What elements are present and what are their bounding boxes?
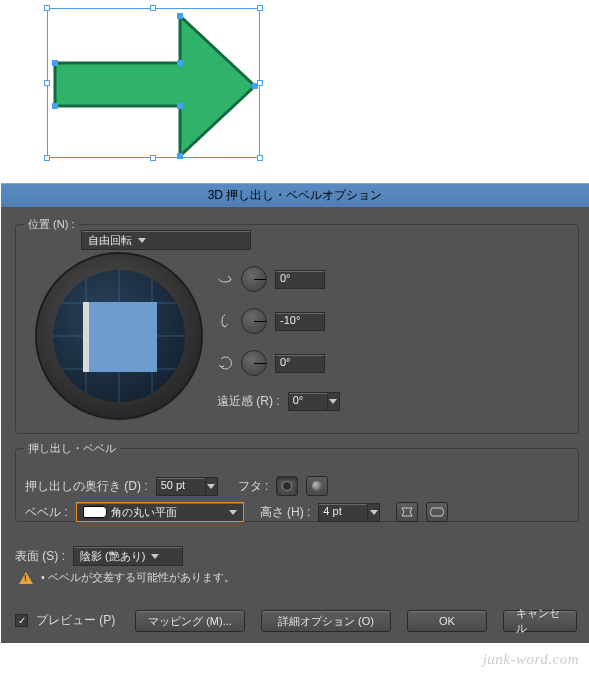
axis-y-icon — [217, 313, 233, 329]
bevel-out-button[interactable] — [426, 502, 448, 522]
height-label: 高さ (H) : — [260, 504, 311, 521]
preview-checkbox[interactable]: ✓ — [15, 614, 28, 627]
dialog-title: 3D 押し出し・ベベルオプション — [1, 184, 589, 207]
handle-w[interactable] — [44, 80, 50, 86]
chevron-down-icon — [138, 238, 146, 243]
ok-button[interactable]: OK — [407, 610, 487, 632]
bevel-label: ベベル : — [25, 504, 68, 521]
mapping-button[interactable]: マッピング (M)... — [135, 610, 245, 632]
warning-icon — [19, 572, 33, 584]
bevel-out-icon — [430, 506, 444, 518]
position-dropdown[interactable]: 自由回転 — [81, 230, 251, 250]
chevron-down-icon[interactable] — [328, 392, 340, 411]
rotate-x-input[interactable]: 0° — [275, 270, 325, 289]
cap-label: フタ : — [238, 478, 269, 495]
axis-x-icon — [217, 271, 233, 287]
handle-n[interactable] — [150, 5, 156, 11]
handle-ne[interactable] — [257, 5, 263, 11]
height-input[interactable]: 4 pt — [318, 503, 368, 522]
bevel-dropdown[interactable]: 角の丸い平面 — [76, 502, 244, 522]
anchor[interactable] — [177, 153, 183, 159]
cap-on-button[interactable] — [276, 476, 298, 496]
anchor[interactable] — [52, 60, 58, 66]
surface-dropdown[interactable]: 陰影 (艶あり) — [73, 546, 183, 566]
handle-se[interactable] — [257, 155, 263, 161]
dialog-3d-extrude: 3D 押し出し・ベベルオプション 位置 (N) : 自由回転 — [1, 183, 589, 643]
handle-nw[interactable] — [44, 5, 50, 11]
cap-off-button[interactable] — [306, 476, 328, 496]
warning-text: • ベベルが交差する可能性があります。 — [41, 570, 235, 585]
anchor[interactable] — [252, 83, 258, 89]
preview-label: プレビュー (P) — [36, 612, 115, 629]
anchor[interactable] — [52, 103, 58, 109]
chevron-down-icon — [151, 554, 159, 559]
cap-hollow-icon — [282, 481, 292, 491]
bevel-value: 角の丸い平面 — [111, 505, 177, 520]
position-value: 自由回転 — [88, 233, 132, 248]
rotate-x-dial[interactable] — [241, 266, 267, 292]
perspective-input[interactable]: 0° — [288, 392, 328, 411]
bevel-in-icon — [400, 506, 414, 518]
bevel-swatch-icon — [83, 506, 107, 518]
extrude-group-label: 押し出し・ベベル — [24, 441, 120, 456]
position-label: 位置 (N) : — [24, 217, 78, 232]
perspective-label: 遠近感 (R) : — [217, 393, 280, 410]
anchor[interactable] — [177, 60, 183, 66]
rotate-y-input[interactable]: -10° — [275, 312, 325, 331]
chevron-down-icon[interactable] — [206, 477, 218, 496]
rotate-z-dial[interactable] — [241, 350, 267, 376]
rotation-trackball[interactable] — [35, 252, 203, 420]
more-options-button[interactable]: 詳細オプション (O) — [261, 610, 391, 632]
canvas-area — [0, 0, 589, 183]
anchor[interactable] — [177, 13, 183, 19]
cancel-button[interactable]: キャンセル — [503, 610, 577, 632]
surface-value: 陰影 (艶あり) — [80, 549, 145, 564]
depth-label: 押し出しの奥行き (D) : — [25, 478, 148, 495]
chevron-down-icon[interactable] — [368, 503, 380, 522]
watermark: junk-word.com — [483, 651, 579, 668]
axis-z-icon — [217, 355, 233, 371]
handle-sw[interactable] — [44, 155, 50, 161]
bevel-in-button[interactable] — [396, 502, 418, 522]
anchor[interactable] — [177, 103, 183, 109]
arrow-shape[interactable] — [47, 8, 260, 158]
cap-solid-icon — [312, 481, 322, 491]
rotate-y-dial[interactable] — [241, 308, 267, 334]
trackball-cube — [83, 302, 157, 372]
surface-label: 表面 (S) : — [15, 548, 65, 565]
rotate-z-input[interactable]: 0° — [275, 354, 325, 373]
depth-input[interactable]: 50 pt — [156, 477, 206, 496]
chevron-down-icon — [229, 510, 237, 515]
handle-s[interactable] — [150, 155, 156, 161]
